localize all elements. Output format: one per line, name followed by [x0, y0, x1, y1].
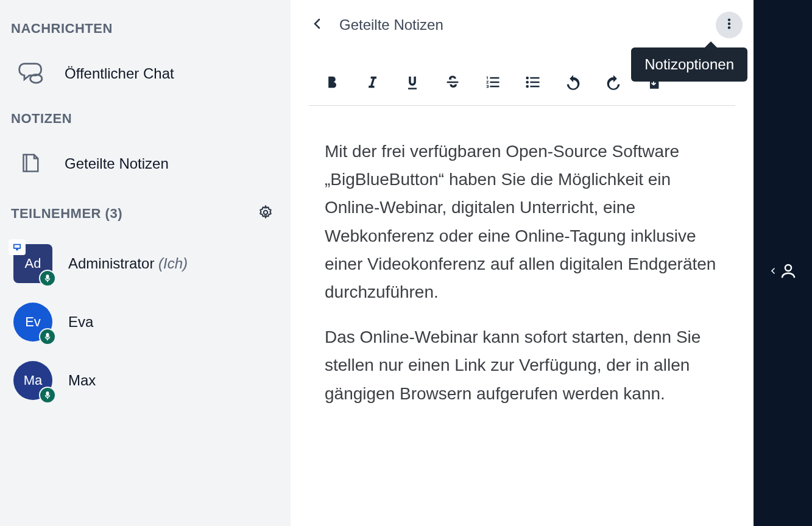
svg-rect-3: [15, 245, 20, 248]
mic-icon: [39, 270, 56, 287]
svg-point-1: [264, 211, 268, 215]
section-title-participants: TEILNEHMER (3): [11, 206, 122, 222]
ordered-list-button[interactable]: [483, 71, 503, 94]
user-icon: [779, 262, 797, 282]
sidebar-item-public-chat[interactable]: Öffentlicher Chat: [0, 45, 291, 102]
dots-vertical-icon: [722, 17, 736, 32]
section-title-notes: NOTIZEN: [0, 102, 291, 135]
toggle-users-button[interactable]: [768, 17, 797, 526]
svg-point-17: [785, 265, 791, 271]
italic-icon: [364, 74, 381, 93]
note-paragraph: Mit der frei verfügbaren Open-Source Sof…: [325, 138, 719, 306]
note-paragraph: Das Online-Webinar kann sofort starten, …: [325, 323, 719, 408]
shared-notes-label: Geteilte Notizen: [65, 155, 169, 172]
bold-button[interactable]: [322, 71, 342, 94]
back-button[interactable]: [306, 11, 328, 38]
note-text-area[interactable]: Mit der frei verfügbaren Open-Source Sof…: [309, 106, 735, 526]
mic-icon: [39, 387, 56, 404]
chevron-left-icon: [310, 26, 325, 35]
presenter-icon: [9, 239, 26, 255]
undo-button[interactable]: [563, 71, 583, 94]
redo-button[interactable]: [604, 71, 623, 94]
svg-point-11: [728, 18, 730, 21]
gear-icon: [258, 213, 274, 222]
participant-item[interactable]: Ma Max: [0, 351, 291, 410]
mic-icon: [39, 328, 56, 345]
svg-rect-4: [16, 249, 18, 251]
strikethrough-icon: [444, 74, 461, 93]
avatar: Ad: [13, 244, 52, 283]
bold-icon: [323, 74, 341, 93]
avatar: Ev: [13, 303, 52, 342]
svg-point-15: [526, 80, 529, 83]
right-toolbar: [754, 0, 812, 526]
underline-icon: [404, 74, 421, 93]
undo-icon: [565, 74, 582, 93]
underline-button[interactable]: [403, 71, 422, 94]
left-sidebar: NACHRICHTEN Öffentlicher Chat NOTIZEN Ge…: [0, 0, 291, 526]
ordered-list-icon: [484, 74, 501, 93]
panel-title: Geteilte Notizen: [339, 16, 443, 33]
participant-item[interactable]: Ev Eva: [0, 293, 291, 351]
notes-icon: [13, 146, 49, 181]
chevron-left-icon: [768, 262, 778, 281]
italic-button[interactable]: [362, 71, 382, 94]
participant-name: Max: [68, 372, 96, 389]
note-options-button[interactable]: [716, 12, 743, 38]
participant-name: Administrator (Ich): [68, 255, 188, 272]
participants-settings-button[interactable]: [254, 201, 277, 226]
redo-icon: [605, 74, 622, 93]
participant-name: Eva: [68, 314, 93, 331]
svg-rect-7: [46, 334, 49, 337]
panel-header: Geteilte Notizen: [291, 0, 754, 49]
public-chat-label: Öffentlicher Chat: [65, 65, 174, 82]
notes-panel: Geteilte Notizen Notizoptionen: [291, 0, 754, 526]
chat-icon: [13, 56, 49, 91]
svg-rect-9: [46, 392, 49, 396]
sidebar-item-shared-notes[interactable]: Geteilte Notizen: [0, 135, 291, 192]
avatar: Ma: [13, 361, 52, 400]
section-title-messages: NACHRICHTEN: [0, 12, 291, 45]
svg-rect-5: [46, 275, 49, 279]
editor: Mit der frei verfügbaren Open-Source Sof…: [291, 49, 754, 526]
svg-point-14: [526, 76, 529, 79]
svg-point-13: [728, 26, 730, 29]
unordered-list-icon: [524, 74, 542, 93]
participant-item[interactable]: Ad Administrator (Ich): [0, 234, 291, 293]
strikethrough-button[interactable]: [443, 71, 462, 94]
unordered-list-button[interactable]: [523, 71, 543, 94]
svg-point-16: [526, 85, 529, 88]
svg-point-12: [728, 23, 730, 25]
options-tooltip: Notizoptionen: [631, 47, 747, 82]
